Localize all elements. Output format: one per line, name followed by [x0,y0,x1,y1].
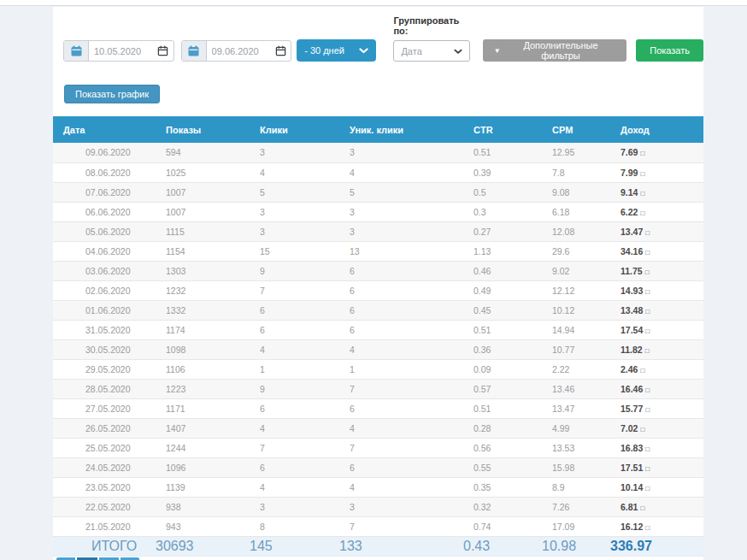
total-row: ИТОГО 30693 145 133 0.43 10.98 336.97 [53,536,703,556]
cell-unique-clicks: 7 [339,379,463,398]
cell-impressions: 943 [156,516,250,536]
cell-income: 6.22□ [610,202,703,221]
cell-clicks: 15 [250,241,339,261]
show-button[interactable]: Показать [636,39,703,62]
currency-icon: □ [645,327,650,335]
currency-icon: □ [645,485,650,492]
extra-filters-button[interactable]: ▼ Дополнительные фильтры [483,39,626,62]
cell-ctr: 0.55 [463,457,542,477]
cell-impressions: 1154 [156,241,250,261]
cell-date: 02.06.2020 [53,280,156,300]
cell-unique-clicks: 4 [339,477,463,497]
table-row: 25.05.20201244770.5613.5316.83□ [53,438,703,457]
total-impressions: 30693 [156,536,250,556]
cell-ctr: 0.27 [463,221,542,241]
cell-impressions: 1232 [156,280,250,300]
cell-impressions: 1244 [156,438,250,457]
currency-icon: □ [640,150,644,157]
cell-impressions: 1332 [156,300,250,320]
column-header-ctr: CTR [463,116,542,143]
cell-impressions: 1007 [156,202,250,221]
top-divider [0,0,747,6]
total-unique-clicks: 133 [339,536,463,556]
cell-cpm: 13.46 [542,379,610,398]
cell-unique-clicks: 6 [339,300,463,320]
cell-clicks: 9 [250,379,339,398]
cell-cpm: 7.26 [542,497,610,516]
show-chart-button[interactable]: Показать график [64,85,160,103]
cell-clicks: 6 [250,300,339,320]
period-select[interactable]: - 30 дней [297,39,376,62]
cell-ctr: 0.56 [463,438,542,457]
cell-unique-clicks: 4 [339,162,463,182]
total-clicks: 145 [250,536,339,556]
cell-clicks: 7 [250,438,339,457]
cell-clicks: 6 [250,320,339,339]
cell-clicks: 5 [250,182,339,202]
cell-date: 26.05.2020 [53,418,156,438]
cell-income: 11.82□ [610,339,703,359]
cell-impressions: 1171 [156,398,250,418]
table-row: 24.05.20201096660.5515.9817.51□ [53,457,703,477]
pagination-page-2-button[interactable]: 2 [99,557,120,560]
table-row: 28.05.20201223970.5713.4616.46□ [53,379,703,398]
table-header: Дата Показы Клики Уник. клики CTR CPM До… [53,116,703,143]
date-picker-icon[interactable] [273,41,288,61]
cell-clicks: 4 [250,339,339,359]
cell-clicks: 3 [250,497,339,516]
cell-date: 03.06.2020 [53,261,156,280]
cell-ctr: 0.36 [463,339,542,359]
cell-income: 9.14□ [610,182,703,202]
date-to-input[interactable] [207,41,274,61]
cell-cpm: 2.22 [542,359,610,379]
date-to-group [181,40,292,62]
pagination-prev-button[interactable]: ‹ [56,557,75,560]
cell-impressions: 594 [156,143,250,162]
cell-date: 24.05.2020 [53,457,156,477]
cell-income: 15.77□ [610,398,703,418]
table-row: 07.06.20201007550.59.089.14□ [53,182,703,202]
calendar-icon[interactable] [182,41,207,61]
pagination-next-button[interactable]: › [121,557,139,560]
cell-impressions: 938 [156,497,250,516]
cell-clicks: 8 [250,516,339,536]
cell-cpm: 13.53 [542,438,610,457]
cell-cpm: 17.09 [542,516,610,536]
currency-icon: □ [640,367,644,374]
cell-unique-clicks: 3 [339,497,463,516]
cell-income: 16.83□ [610,438,703,457]
cell-income: 2.46□ [610,359,703,379]
currency-icon: □ [645,268,650,276]
cell-unique-clicks: 3 [339,143,463,162]
cell-cpm: 9.02 [542,261,610,280]
period-select-value: - 30 дней [304,45,344,56]
date-picker-icon[interactable] [156,41,171,61]
cell-impressions: 1223 [156,379,250,398]
cell-unique-clicks: 3 [339,202,463,221]
cell-impressions: 1115 [156,221,250,241]
cell-income: 10.14□ [610,477,703,497]
column-header-income: Доход [610,116,703,143]
column-header-date: Дата [53,116,156,143]
cell-cpm: 14.94 [542,320,610,339]
group-by-select[interactable]: Дата [393,40,470,62]
caret-down-icon: ▼ [494,47,501,55]
pagination-page-1-button[interactable]: 1 [77,557,97,560]
table-row: 21.05.2020943870.7417.0916.12□ [53,516,703,536]
cell-date: 30.05.2020 [53,339,156,359]
cell-clicks: 6 [250,457,339,477]
date-from-input[interactable] [89,41,156,61]
table-row: 09.06.2020594330.5112.957.69□ [53,143,703,162]
cell-ctr: 0.3 [463,202,542,221]
calendar-icon[interactable] [64,41,89,61]
table-row: 27.05.20201171660.5113.4715.77□ [53,398,703,418]
cell-date: 06.06.2020 [53,202,156,221]
cell-income: 16.12□ [610,516,703,536]
table-row: 30.05.20201098440.3610.7711.82□ [53,339,703,359]
table-row: 26.05.20201407440.284.997.02□ [53,418,703,438]
total-income-value: 336.97 [610,539,652,553]
cell-date: 07.06.2020 [53,182,156,202]
cell-impressions: 1407 [156,418,250,438]
cell-unique-clicks: 7 [339,516,463,536]
cell-cpm: 10.12 [542,300,610,320]
